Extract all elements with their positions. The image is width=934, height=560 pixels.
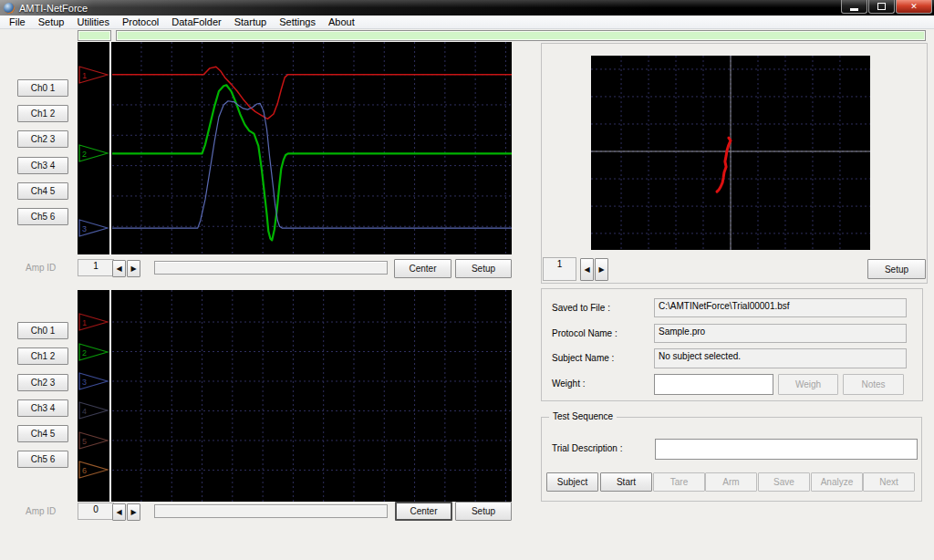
scope1-amp-id-label: Amp ID (26, 263, 56, 273)
tare-button[interactable]: Tare (653, 472, 705, 492)
channel-marker-6[interactable]: 6 (78, 460, 109, 480)
cop-next-button[interactable]: ▶ (595, 258, 608, 281)
test-sequence-panel: Test Sequence Trial Description : Subjec… (541, 417, 922, 502)
window-controls: ✕ (841, 0, 932, 14)
cop-prev-button[interactable]: ◀ (580, 258, 594, 281)
cop-plot (591, 56, 870, 250)
scope1-prev-button[interactable]: ◀ (112, 260, 126, 277)
channel-marker-3[interactable]: 3 (78, 371, 109, 391)
scope2-trigger-line (109, 290, 111, 502)
scope1-channel-button-ch3[interactable]: Ch3 4 (17, 157, 68, 174)
analyze-button[interactable]: Analyze (811, 472, 863, 492)
scope2-amp-id-value: 0 (78, 503, 114, 520)
channel-marker-5[interactable]: 5 (78, 430, 109, 451)
app-icon (4, 3, 15, 14)
window-title: AMTI-NetForce (19, 3, 88, 14)
menu-protocol[interactable]: Protocol (116, 16, 165, 27)
scope1-channel-button-ch5[interactable]: Ch5 6 (17, 208, 68, 225)
cop-setup-button[interactable]: Setup (867, 259, 926, 279)
channel-marker-3[interactable]: 3 (78, 218, 109, 238)
weight-input[interactable] (654, 374, 773, 395)
scope1-trigger-line (109, 42, 111, 254)
scope2-display: 123456 (78, 290, 512, 502)
title-bar: AMTI-NetForce ✕ (0, 0, 934, 16)
scope2-channel-button-ch3[interactable]: Ch3 4 (17, 399, 68, 417)
trial-description-label: Trial Description : (552, 443, 622, 453)
arm-button[interactable]: Arm (705, 472, 757, 492)
scope1-plot (112, 42, 512, 254)
scope1-setup-button[interactable]: Setup (455, 259, 512, 278)
scope2-prev-button[interactable]: ◀ (112, 503, 126, 521)
status-progress-bar (116, 30, 926, 41)
scope2-channel-button-ch5[interactable]: Ch5 6 (17, 451, 68, 468)
menu-about[interactable]: About (322, 16, 361, 27)
scope2-marker-strip: 123456 (78, 290, 109, 502)
channel-marker-2[interactable]: 2 (78, 342, 109, 362)
close-icon: ✕ (910, 3, 918, 11)
scope1-next-button[interactable]: ▶ (127, 260, 140, 277)
trial-description-input[interactable] (655, 439, 918, 460)
menu-startup[interactable]: Startup (228, 16, 273, 27)
save-button[interactable]: Save (758, 472, 810, 492)
scope2-amp-id-label: Amp ID (26, 506, 56, 516)
scope2-plot (112, 290, 512, 502)
scope2-next-button[interactable]: ▶ (127, 503, 140, 521)
svg-text:4: 4 (82, 407, 87, 416)
saved-to-file-value: C:\AMTINetForce\Trial00001.bsf (654, 298, 907, 317)
svg-text:5: 5 (82, 437, 87, 446)
scope1-channel-button-ch0[interactable]: Ch0 1 (17, 79, 68, 97)
app-window: AMTI-NetForce ✕ File Setup Utilities Pro… (0, 0, 934, 560)
menu-utilities[interactable]: Utilities (70, 16, 115, 27)
scope1-channel-button-ch1[interactable]: Ch1 2 (17, 105, 68, 122)
cop-path (717, 138, 731, 192)
svg-text:1: 1 (82, 71, 87, 80)
channel-marker-4[interactable]: 4 (78, 400, 109, 420)
start-button[interactable]: Start (600, 472, 652, 492)
subject-button[interactable]: Subject (546, 472, 598, 492)
channel-marker-2[interactable]: 2 (78, 143, 109, 163)
close-button[interactable]: ✕ (896, 0, 932, 14)
menu-datafolder[interactable]: DataFolder (165, 16, 227, 27)
scope1-channel-button-ch4[interactable]: Ch4 5 (17, 182, 68, 200)
svg-text:2: 2 (82, 348, 87, 358)
next-button[interactable]: Next (863, 472, 915, 492)
menu-settings[interactable]: Settings (273, 16, 322, 27)
channel-marker-1[interactable]: 1 (78, 65, 109, 85)
scope2-setup-button[interactable]: Setup (455, 502, 512, 521)
scope1-marker-strip: 123 (78, 42, 109, 254)
minimize-button[interactable] (841, 0, 867, 14)
subject-name-value: No subject selected. (654, 348, 907, 368)
channel-marker-1[interactable]: 1 (78, 312, 109, 332)
weigh-button[interactable]: Weigh (778, 374, 838, 395)
status-indicator (78, 30, 111, 41)
cop-amp-id-value: 1 (543, 257, 576, 281)
scope2-channel-button-ch1[interactable]: Ch1 2 (17, 347, 68, 365)
protocol-name-value: Sample.pro (654, 324, 907, 343)
scope2-position-slider[interactable] (154, 504, 388, 518)
scope2-channel-button-ch4[interactable]: Ch4 5 (17, 425, 68, 442)
subject-name-label: Subject Name : (552, 353, 614, 363)
svg-text:1: 1 (82, 318, 87, 327)
maximize-button[interactable] (868, 0, 895, 14)
scope1-amp-id-value: 1 (78, 259, 114, 276)
cop-panel: 1 ◀ ▶ Setup (541, 43, 928, 284)
weight-label: Weight : (552, 379, 586, 389)
menu-bar: File Setup Utilities Protocol DataFolder… (0, 16, 934, 29)
svg-text:6: 6 (82, 466, 87, 475)
scope1-position-slider[interactable] (154, 261, 388, 275)
maximize-icon (877, 3, 886, 10)
notes-button[interactable]: Notes (843, 374, 904, 395)
saved-to-file-label: Saved to File : (552, 303, 610, 313)
scope1-center-button[interactable]: Center (394, 259, 451, 278)
menu-setup[interactable]: Setup (32, 16, 71, 27)
svg-text:2: 2 (82, 150, 87, 159)
protocol-name-label: Protocol Name : (552, 328, 617, 338)
scope2-channel-button-ch0[interactable]: Ch0 1 (17, 322, 68, 339)
scope2-channel-button-ch2[interactable]: Ch2 3 (17, 374, 68, 391)
menu-file[interactable]: File (3, 16, 32, 27)
scope1-channel-button-ch2[interactable]: Ch2 3 (17, 130, 68, 148)
svg-text:3: 3 (82, 224, 87, 233)
scope2-center-button[interactable]: Center (395, 502, 452, 521)
svg-text:3: 3 (82, 378, 87, 387)
trial-info-panel: Saved to File : C:\AMTINetForce\Trial000… (541, 288, 923, 401)
